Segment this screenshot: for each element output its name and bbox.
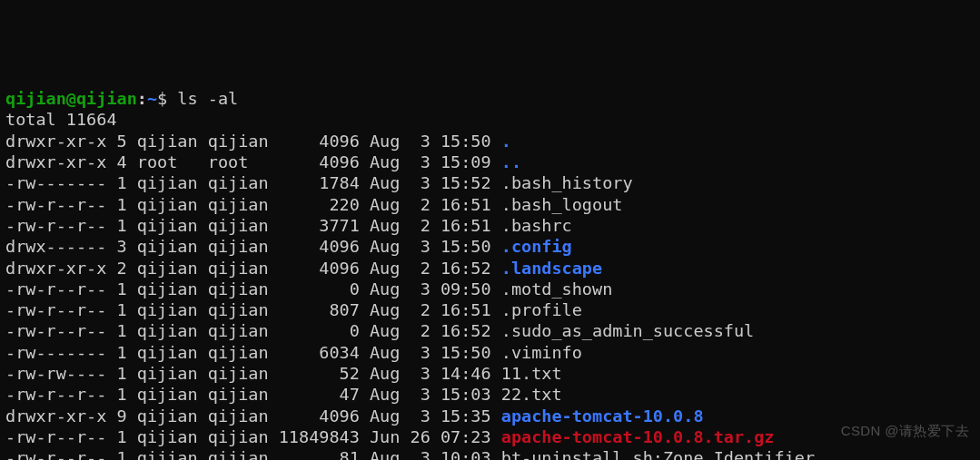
listing: drwxr-xr-x 5 qijian qijian 4096 Aug 3 15… bbox=[5, 132, 876, 460]
filename: .profile bbox=[501, 300, 582, 319]
list-row: -rw-rw---- 1 qijian qijian 52 Aug 3 14:4… bbox=[5, 364, 562, 383]
list-row: -rw------- 1 qijian qijian 1784 Aug 3 15… bbox=[5, 173, 633, 192]
list-row: -rw-r--r-- 1 qijian qijian 81 Aug 3 10:0… bbox=[5, 448, 815, 460]
prompt-dollar: $ bbox=[157, 89, 167, 108]
filename: .viminfo bbox=[501, 343, 582, 362]
filename: . bbox=[501, 132, 511, 151]
list-row: drwxr-xr-x 9 qijian qijian 4096 Aug 3 15… bbox=[5, 406, 704, 426]
prompt-colon: : bbox=[137, 89, 147, 108]
filename: apache-tomcat-10.0.8.tar.gz bbox=[501, 427, 775, 446]
command-text: ls -al bbox=[177, 89, 238, 108]
total-line: total 11664 bbox=[5, 110, 117, 129]
list-row: -rw-r--r-- 1 qijian qijian 3771 Aug 2 16… bbox=[5, 216, 572, 235]
filename: .config bbox=[501, 237, 572, 256]
filename: apache-tomcat-10.0.8 bbox=[501, 406, 704, 426]
prompt-path: ~ bbox=[147, 89, 157, 108]
filename: .sudo_as_admin_successful bbox=[501, 321, 754, 340]
filename: .bashrc bbox=[501, 216, 572, 235]
list-row: -rw------- 1 qijian qijian 6034 Aug 3 15… bbox=[5, 343, 582, 362]
list-row: -rw-r--r-- 1 qijian qijian 11849843 Jun … bbox=[5, 427, 775, 446]
filename: .landscape bbox=[501, 259, 602, 278]
list-row: -rw-r--r-- 1 qijian qijian 220 Aug 2 16:… bbox=[5, 195, 622, 214]
filename: bt-uninstall.sh:Zone.Identifier bbox=[501, 448, 815, 460]
list-row: drwxr-xr-x 4 root root 4096 Aug 3 15:09 … bbox=[5, 152, 521, 171]
list-row: -rw-r--r-- 1 qijian qijian 0 Aug 3 09:50… bbox=[5, 279, 612, 299]
list-row: -rw-r--r-- 1 qijian qijian 0 Aug 2 16:52… bbox=[5, 321, 754, 340]
list-row: drwxr-xr-x 5 qijian qijian 4096 Aug 3 15… bbox=[5, 132, 511, 151]
list-row: -rw-r--r-- 1 qijian qijian 807 Aug 2 16:… bbox=[5, 300, 582, 319]
filename: .bash_history bbox=[501, 173, 633, 192]
filename: .bash_logout bbox=[501, 195, 623, 214]
list-row: -rw-r--r-- 1 qijian qijian 47 Aug 3 15:0… bbox=[5, 385, 562, 404]
list-row: drwxr-xr-x 2 qijian qijian 4096 Aug 2 16… bbox=[5, 259, 602, 278]
list-row: drwx------ 3 qijian qijian 4096 Aug 3 15… bbox=[5, 237, 572, 256]
filename: 11.txt bbox=[501, 364, 562, 383]
filename: 22.txt bbox=[501, 385, 562, 404]
prompt-userhost: qijian@qijian bbox=[5, 89, 137, 108]
prompt-line-1: qijian@qijian:~$ ls -al bbox=[5, 89, 238, 108]
filename: .motd_shown bbox=[501, 279, 613, 299]
terminal[interactable]: qijian@qijian:~$ ls -al total 11664 drwx… bbox=[5, 88, 975, 460]
watermark: CSDN @请热爱下去 bbox=[841, 423, 969, 440]
filename: .. bbox=[501, 152, 521, 171]
